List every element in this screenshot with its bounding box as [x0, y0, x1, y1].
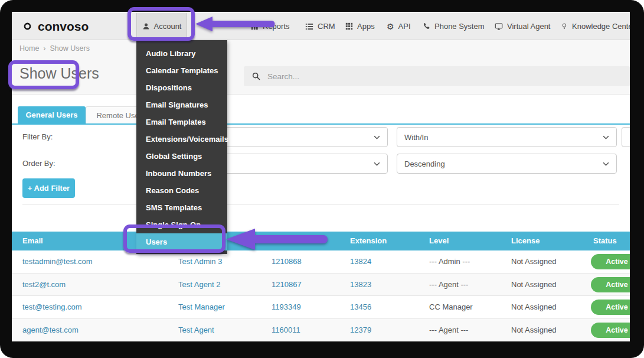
search-box	[244, 66, 630, 86]
email-link[interactable]: test@testing.com	[22, 302, 82, 311]
nav-item-api[interactable]: ⚙API	[387, 13, 411, 40]
order-by-label: Order By:	[22, 159, 55, 168]
nav-item-virtual-agent[interactable]: Virtual Agent	[495, 13, 550, 40]
nav-item-label: CRM	[318, 22, 335, 31]
email-link[interactable]: testadmin@test.com	[22, 257, 93, 266]
filter-field-select[interactable]	[224, 127, 388, 147]
cell-level: --- Admin ---	[429, 250, 470, 273]
app-window: convoso AccountReportsCRMApps⚙APIPhone S…	[0, 0, 644, 358]
cell-user_id: 1193349	[272, 296, 301, 318]
phone-icon	[423, 22, 430, 30]
status-badge[interactable]: Active	[591, 277, 630, 292]
user_id-link[interactable]: 1210868	[272, 257, 302, 266]
menu-item-sms-templates[interactable]: SMS Templates	[136, 199, 227, 216]
cell-email: test2@t.com	[22, 274, 66, 296]
column-header-extension: Extension	[350, 232, 387, 250]
menu-item-extensions-voicemails[interactable]: Extensions/Voicemails	[136, 131, 227, 148]
chevron-down-icon	[603, 135, 609, 139]
nav-item-phone-system[interactable]: Phone System	[423, 13, 485, 40]
top-navbar: convoso AccountReportsCRMApps⚙APIPhone S…	[12, 12, 630, 40]
user_id-link[interactable]: 1160011	[272, 326, 300, 334]
menu-item-audio-library[interactable]: Audio Library	[136, 45, 227, 62]
nav-item-label: API	[398, 22, 411, 31]
user_id-link[interactable]: 1193349	[272, 302, 301, 311]
cell-level: --- Agent ---	[429, 319, 468, 341]
cell-extension: 13456	[350, 296, 371, 318]
users-highlight-box	[123, 224, 225, 253]
cell-email: agent@test.com	[22, 319, 79, 341]
email-link[interactable]: agent@test.com	[22, 326, 79, 334]
cell-level: CC Manager	[429, 296, 473, 318]
nav-item-label: Knowledge Center	[572, 22, 630, 31]
cell-name: Test Agent 2	[178, 274, 221, 296]
list-icon	[305, 22, 313, 31]
tab-general-users[interactable]: General Users	[18, 106, 86, 123]
page-header: Home › Show Users Show Users	[12, 40, 630, 95]
menu-item-email-signatures[interactable]: Email Signatures	[136, 96, 227, 113]
cell-extension: 13824	[350, 250, 371, 273]
extension-link[interactable]: 12379	[350, 326, 371, 334]
order-direction-select[interactable]: Descending	[397, 154, 617, 174]
cell-name: Test Manager	[178, 296, 225, 318]
users-table-body: testadmin@test.comTest Admin 31210868138…	[12, 250, 630, 341]
nav-item-apps[interactable]: Apps	[345, 13, 375, 40]
chevron-down-icon	[603, 162, 609, 166]
menu-item-email-templates[interactable]: Email Templates	[136, 113, 227, 131]
nav-item-crm[interactable]: CRM	[305, 13, 335, 40]
status-badge[interactable]: Active	[591, 323, 630, 338]
nav-item-label: Phone System	[434, 22, 485, 31]
breadcrumb-separator-icon: ›	[43, 44, 45, 53]
status-badge[interactable]: Active	[591, 254, 630, 269]
breadcrumb-current: Show Users	[50, 44, 90, 53]
cell-email: testadmin@test.com	[22, 250, 93, 273]
status-badge[interactable]: Active	[591, 300, 630, 315]
extension-link[interactable]: 13824	[350, 257, 371, 266]
monitor-icon	[495, 22, 503, 31]
name-link[interactable]: Test Agent 2	[178, 280, 221, 289]
convoso-logo[interactable]: convoso	[21, 13, 89, 40]
filter-by-label: Filter By:	[22, 132, 53, 141]
account-dropdown-menu: Audio LibraryCalendar TemplatesDispositi…	[136, 40, 227, 254]
grid-icon	[345, 22, 353, 30]
chevron-down-icon	[374, 135, 380, 139]
nav-item-label: Virtual Agent	[507, 22, 550, 31]
nav-item-knowledge-center[interactable]: Knowledge Center	[561, 13, 630, 40]
lightbulb-icon	[561, 22, 568, 30]
menu-item-calendar-templates[interactable]: Calendar Templates	[136, 62, 227, 79]
user_id-link[interactable]: 1210867	[272, 280, 302, 289]
brand-text: convoso	[38, 19, 89, 34]
column-header-license: License	[511, 232, 540, 250]
section-divider	[22, 204, 619, 205]
cell-extension: 12379	[350, 319, 371, 341]
column-header-level: Level	[429, 232, 449, 250]
add-filter-button[interactable]: + Add Filter	[22, 178, 75, 198]
cell-license: Not Assigned	[511, 250, 557, 273]
filter-condition-select[interactable]: With/In	[397, 127, 617, 147]
name-link[interactable]: Test Agent	[178, 326, 214, 334]
breadcrumb-home[interactable]: Home	[19, 44, 39, 53]
extension-link[interactable]: 13823	[350, 280, 371, 289]
order-field-select[interactable]	[224, 154, 388, 174]
cell-license: Not Assigned	[511, 296, 557, 318]
cell-extension: 13823	[350, 274, 371, 296]
table-row: testadmin@test.comTest Admin 31210868138…	[12, 250, 630, 274]
users-arrow	[225, 227, 329, 253]
filter-extra-select[interactable]	[622, 127, 630, 147]
cell-user_id: 1210867	[272, 274, 302, 296]
column-header-status: Status	[593, 232, 617, 250]
cell-level: --- Agent ---	[429, 274, 468, 296]
name-link[interactable]: Test Admin 3	[178, 257, 222, 266]
extension-link[interactable]: 13456	[350, 302, 371, 311]
menu-item-dispositions[interactable]: Dispositions	[136, 79, 227, 96]
cell-license: Not Assigned	[511, 274, 557, 296]
email-link[interactable]: test2@t.com	[22, 280, 66, 289]
user-tabs: General Users Remote Users	[12, 106, 630, 125]
menu-item-inbound-numbers[interactable]: Inbound Numbers	[136, 165, 227, 182]
title-highlight-box	[8, 60, 79, 89]
search-input[interactable]	[266, 71, 590, 82]
nav-item-label: Apps	[357, 22, 375, 31]
menu-item-global-settings[interactable]: Global Settings	[136, 148, 227, 165]
name-link[interactable]: Test Manager	[178, 302, 225, 311]
menu-item-reason-codes[interactable]: Reason Codes	[136, 182, 227, 199]
account-highlight-box	[128, 7, 195, 41]
